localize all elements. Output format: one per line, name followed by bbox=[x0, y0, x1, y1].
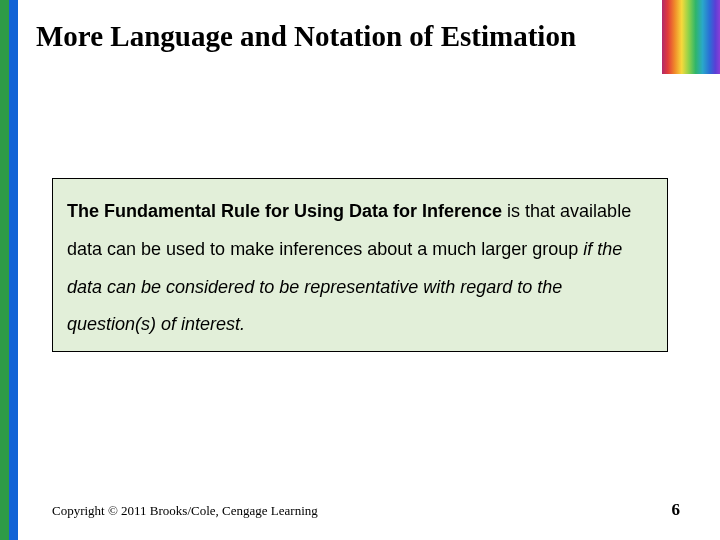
stripe-green bbox=[0, 0, 9, 540]
rule-name: The Fundamental Rule for Using Data for … bbox=[67, 201, 502, 221]
corner-rainbow-graphic bbox=[662, 0, 720, 74]
left-accent-stripes bbox=[0, 0, 18, 540]
page-number: 6 bbox=[672, 500, 681, 520]
copyright-text: Copyright © 2011 Brooks/Cole, Cengage Le… bbox=[52, 503, 318, 519]
footer: Copyright © 2011 Brooks/Cole, Cengage Le… bbox=[52, 500, 680, 520]
rule-box: The Fundamental Rule for Using Data for … bbox=[52, 178, 668, 352]
stripe-blue bbox=[9, 0, 18, 540]
page-title: More Language and Notation of Estimation bbox=[36, 20, 576, 53]
